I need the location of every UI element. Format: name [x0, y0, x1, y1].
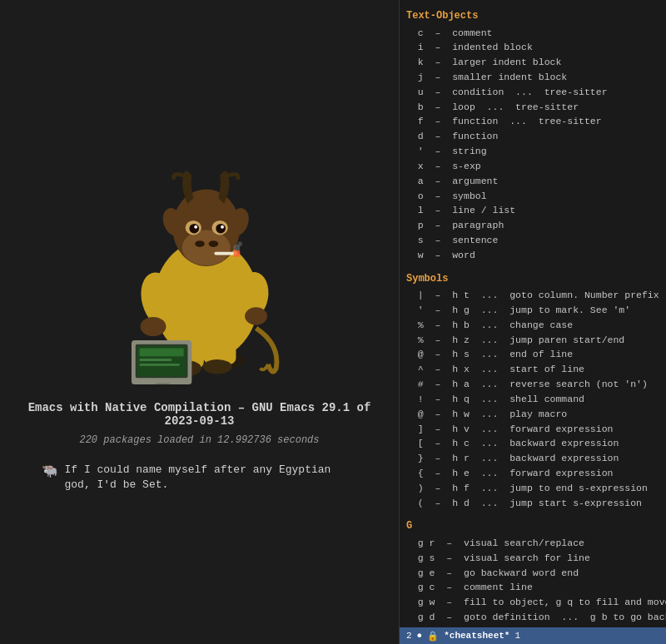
svg-rect-30: [139, 348, 183, 356]
list-item: @ – h s ... end of line: [406, 347, 659, 362]
list-item: g s – visual search for line: [406, 551, 659, 566]
svg-rect-32: [139, 364, 179, 366]
svg-point-19: [194, 225, 197, 229]
list-item: c – comment: [406, 26, 659, 41]
quote-container: 🐃 If I could name myself after any Egypt…: [42, 463, 358, 493]
list-item: g e – go backward word end: [406, 566, 659, 581]
svg-point-10: [245, 307, 267, 324]
list-item: a – argument: [406, 174, 659, 189]
svg-point-9: [140, 317, 166, 336]
list-item: % – h z ... jump paren start/end: [406, 333, 659, 348]
section-g-header: G: [406, 518, 659, 534]
list-item: ! – h q ... shell command: [406, 392, 659, 407]
list-item: # – h a ... reverse search (not 'n'): [406, 377, 659, 392]
list-item: @ – h w ... play macro: [406, 407, 659, 422]
list-item: g c – comment line: [406, 580, 659, 595]
section-symbols-header: Symbols: [406, 271, 659, 287]
svg-rect-33: [155, 383, 169, 384]
quote-text: If I could name myself after any Egyptia…: [65, 463, 358, 493]
list-item: f – function ... tree-sitter: [406, 114, 659, 129]
list-item: ( – h d ... jump start s-expression: [406, 496, 659, 511]
svg-point-12: [181, 230, 230, 265]
list-item: g w – fill to object, g q to fill and mo…: [406, 595, 659, 610]
list-item: ) – h f ... jump to end s-expression: [406, 481, 659, 496]
svg-point-13: [195, 240, 205, 247]
list-item: ^ – h x ... start of line: [406, 362, 659, 377]
svg-rect-4: [203, 332, 236, 364]
list-item: g r – visual search/replace: [406, 536, 659, 551]
list-item: w – word: [406, 248, 659, 263]
list-item: s – sentence: [406, 233, 659, 248]
section-text-objects-header: Text-Objects: [406, 8, 659, 24]
left-panel: Emacs with Native Compilation – GNU Emac…: [0, 0, 400, 644]
list-item: | – h t ... goto column. Number prefix: [406, 288, 659, 303]
status-bar: 2 ● 🔒 *cheatsheet* 1 Cheat Sheet: [400, 627, 666, 644]
status-number: 2: [406, 631, 412, 641]
list-item: ' – string: [406, 144, 659, 159]
svg-rect-31: [139, 359, 171, 361]
status-buffer-name: *cheatsheet*: [444, 631, 509, 641]
list-item: % – h b ... change case: [406, 318, 659, 333]
list-item: ] – h v ... forward expression: [406, 422, 659, 437]
svg-point-18: [216, 224, 226, 234]
emacs-title: Emacs with Native Compilation – GNU Emac…: [17, 401, 382, 428]
list-item: i – indented block: [406, 40, 659, 55]
list-item: o – symbol: [406, 189, 659, 204]
gnu-icon: 🐃: [42, 463, 58, 479]
list-item: k – larger indent block: [406, 55, 659, 70]
list-item: { – h e ... forward expression: [406, 466, 659, 481]
list-item: l – line / list: [406, 203, 659, 218]
svg-point-20: [221, 225, 224, 229]
list-item: b – loop ... tree-sitter: [406, 100, 659, 115]
svg-point-6: [202, 359, 231, 374]
cheatsheet-panel[interactable]: Text-Objects c – comment i – indented bl…: [400, 0, 666, 627]
list-item: d – function: [406, 129, 659, 144]
g-list: g r – visual search/replace g s – visual…: [406, 536, 659, 627]
list-item: x – s-exp: [406, 159, 659, 174]
symbols-list: | – h t ... goto column. Number prefix '…: [406, 288, 659, 510]
list-item: j – smaller indent block: [406, 70, 659, 85]
svg-rect-24: [233, 250, 240, 257]
gnu-mascot: [83, 151, 316, 384]
list-item: ' – h g ... jump to mark. See 'm': [406, 303, 659, 318]
svg-rect-23: [214, 252, 236, 255]
text-objects-list: c – comment i – indented block k – large…: [406, 26, 659, 263]
packages-info: 220 packages loaded in 12.992736 seconds: [79, 434, 319, 446]
status-num2: 1: [514, 631, 520, 641]
list-item: [ – h c ... backward expression: [406, 436, 659, 451]
status-dot: ●: [417, 631, 423, 641]
svg-point-17: [189, 224, 199, 234]
list-item: p – paragraph: [406, 218, 659, 233]
svg-point-14: [208, 240, 218, 247]
svg-point-26: [237, 241, 242, 246]
status-lock-icon: 🔒: [427, 631, 439, 642]
list-item: } – h r ... backward expression: [406, 451, 659, 466]
list-item: g d – goto definition ... g b to go back: [406, 610, 659, 625]
list-item: u – condition ... tree-sitter: [406, 85, 659, 100]
